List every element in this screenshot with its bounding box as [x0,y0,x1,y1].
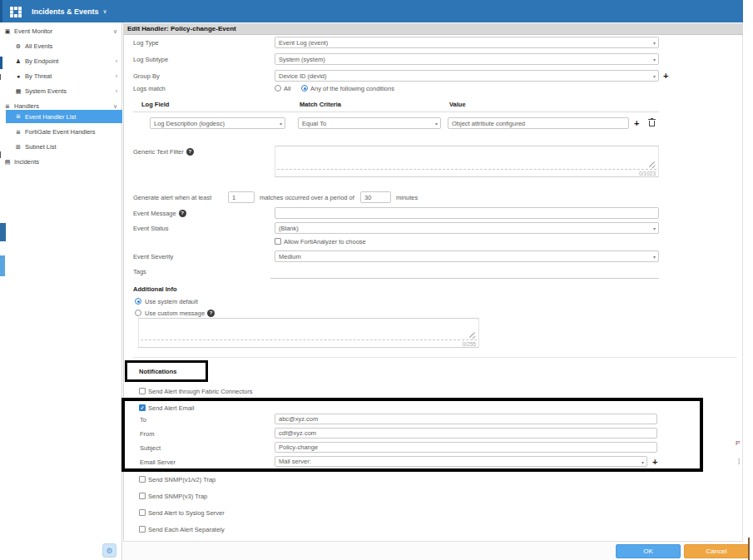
sidebar-item-label: FortiGate Event Handlers [25,128,96,136]
caret-down-icon: ▾ [653,40,656,46]
syslog-checkbox[interactable] [139,509,146,516]
condition-value-input[interactable]: Object attribute configured [448,117,629,129]
module-switcher[interactable]: Incidents & Events ∨ [32,0,107,22]
endpoint-icon: ♟ [14,58,22,65]
period-minutes-input[interactable]: 30 [360,191,391,203]
email-subject-label: Subject [140,442,161,453]
char-counter: 0/1023 [639,171,656,176]
logs-match-any-radio[interactable] [301,85,308,92]
send-alert-email-checkbox[interactable]: ✓ [139,404,146,411]
add-condition-button[interactable]: + [634,117,639,129]
email-server-label: Email Server [140,456,176,468]
allow-fortianalyzer-label: Allow FortiAnalyzer to choose [284,235,366,247]
event-message-input[interactable] [275,207,659,219]
event-status-select[interactable]: (Blank) ▾ [275,222,659,234]
help-icon[interactable]: ? [179,210,186,217]
logs-match-all-label: All [284,82,290,94]
log-subtype-select[interactable]: System (system) ▾ [275,53,659,65]
event-message-text: Event Message [133,210,176,217]
condition-value: Object attribute configured [452,120,525,127]
edge-artifact [0,74,1,80]
sidebar-item-by-threat[interactable]: ● By Threat › [0,69,122,83]
email-from-input[interactable]: cdf@xyz.com [275,428,657,439]
sidebar-item-system-events[interactable]: ▦ System Events › [0,84,122,98]
handlers-icon: ≣ [3,103,12,110]
sidebar-item-label: System Events [25,87,67,95]
sidebar-item-event-monitor[interactable]: ▣ Event Monitor ∨ [0,24,122,38]
snmp-v12-label: Send SNMP(v1/v2) Trap [148,473,215,485]
email-from-label: From [140,428,155,439]
group-by-label: Group By [133,70,160,82]
event-status-label: Event Status [133,222,169,234]
logs-match-all-radio[interactable] [275,85,281,92]
divider [277,169,656,170]
syslog-label: Send Alert to Syslog Server [148,507,225,518]
email-subject-input[interactable]: Policy-change [275,442,657,453]
sidebar-item-fortigate-event-handlers[interactable]: ≣ FortiGate Event Handlers [0,125,122,139]
matches-count-input[interactable]: 1 [228,191,255,203]
generate-alert-text-middle: matches occurred over a period of [260,191,354,203]
caret-down-icon: ▾ [653,225,656,231]
condition-log-field-select[interactable]: Log Description (logdesc) ▾ [150,117,285,129]
custom-message-textarea[interactable]: 0/255 [138,318,479,348]
fabric-connectors-checkbox[interactable] [139,388,146,394]
apps-grid-icon[interactable] [10,7,13,10]
sidebar-item-label: Subnet List [25,143,57,151]
condition-match-criteria-select[interactable]: Equal To ▾ [298,117,441,129]
use-custom-message-radio[interactable] [135,310,141,316]
edge-artifact [0,255,5,276]
chevron-down-icon: ∨ [113,103,117,110]
log-subtype-label: Log Subtype [133,53,168,65]
fortianalyzer-window: Incidents & Events ∨ ▣ Event Monitor ∨ ⚙… [0,0,753,560]
use-system-default-radio[interactable] [135,298,141,305]
email-to-input[interactable]: abc@xyz.com [275,414,657,424]
sidebar-item-label: Event Monitor [14,27,52,35]
caret-down-icon: ▾ [435,121,438,126]
trash-icon[interactable] [648,118,656,127]
email-server-select[interactable]: Mail server: ▾ [275,456,647,467]
generic-text-filter-textarea[interactable]: 0/1023 [275,146,659,177]
ok-button[interactable]: OK [616,544,681,558]
sidebar-item-label: By Endpoint [25,57,58,65]
additional-info-heading: Additional Info [133,283,177,295]
use-system-default-label: Use system default [145,295,198,307]
group-by-select[interactable]: Device ID (devid) ▾ [275,70,659,82]
generic-text-filter-label: Generic Text Filter ? [133,146,194,157]
add-email-server-button[interactable]: + [652,456,657,468]
gear-icon: ⚙ [14,43,22,50]
sidebar-item-subnet-list[interactable]: ⊞ Subnet List [0,140,122,154]
snmp-v3-checkbox[interactable] [139,493,146,499]
event-status-value: (Blank) [279,225,299,232]
cancel-button[interactable]: Cancel [684,544,749,558]
tags-input[interactable] [270,266,659,279]
generate-alert-text-before: Generate alert when at least [133,191,211,203]
send-each-alert-separately-label: Send Each Alert Separately [148,523,225,535]
help-icon[interactable]: ? [186,148,194,156]
condition-match-criteria-value: Equal To [302,120,326,127]
add-group-by-button[interactable]: + [663,70,668,82]
period-minutes-value: 30 [364,194,371,201]
event-severity-label: Event Severity [133,250,173,262]
list-icon: ≣ [14,113,22,120]
send-each-alert-separately-checkbox[interactable] [139,526,146,533]
log-type-select[interactable]: Event Log (event) ▾ [275,37,659,48]
calendar-icon: ▦ [14,88,22,95]
help-icon[interactable]: ? [207,310,215,317]
email-to-value: abc@xyz.com [279,415,318,423]
threat-icon: ● [14,73,22,79]
event-severity-select[interactable]: Medium ▾ [275,250,659,262]
allow-fortianalyzer-checkbox[interactable] [275,238,281,245]
snmp-v12-checkbox[interactable] [139,476,146,483]
resize-handle-icon[interactable] [468,331,476,339]
sidebar-item-all-events[interactable]: ⚙ All Events [0,39,122,53]
email-to-label: To [140,414,146,425]
sidebar-item-by-endpoint[interactable]: ♟ By Endpoint › [0,54,122,68]
event-severity-value: Medium [279,253,301,260]
resize-handle-icon[interactable] [648,161,656,168]
monitor-icon: ▣ [3,28,12,35]
sidebar-item-incidents[interactable]: ▤ Incidents [0,155,122,169]
settings-fab-button[interactable]: ⚙ [102,543,116,558]
log-type-value: Event Log (event) [279,39,328,47]
sidebar-item-label: Incidents [14,158,39,166]
sidebar-item-event-handler-list[interactable]: ≣ Event Handler List [6,110,122,123]
